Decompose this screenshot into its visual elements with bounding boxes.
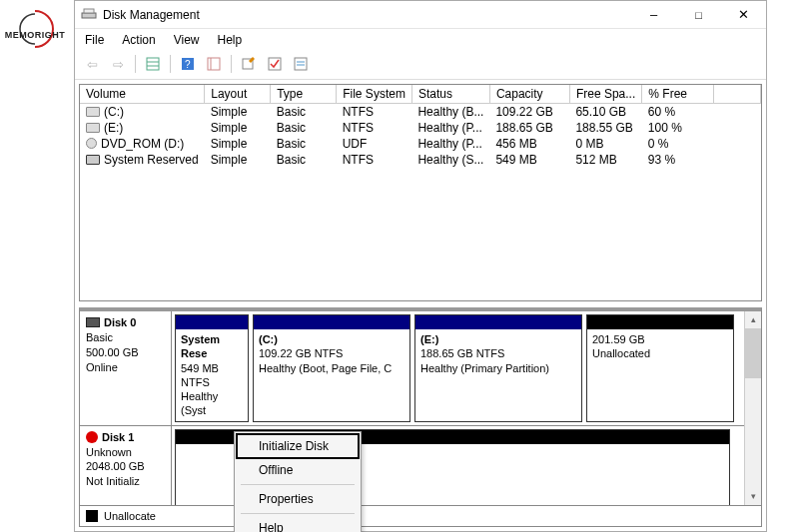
toolbar-separator xyxy=(135,55,136,73)
disk-info[interactable]: Disk 0Basic500.00 GBOnline xyxy=(80,311,172,425)
toolbar-separator xyxy=(170,55,171,73)
disk-icon xyxy=(86,317,100,327)
col-layout[interactable]: Layout xyxy=(205,85,271,104)
help-button[interactable]: ? xyxy=(177,53,199,75)
context-menu-item[interactable]: Help xyxy=(237,516,359,532)
menu-file[interactable]: File xyxy=(83,31,106,49)
partition[interactable]: (C:)109.22 GB NTFSHealthy (Boot, Page Fi… xyxy=(253,314,410,422)
volume-icon xyxy=(86,123,100,133)
col-status[interactable]: Status xyxy=(411,85,489,104)
scroll-up-arrow[interactable]: ▴ xyxy=(745,311,761,328)
col-type[interactable]: Type xyxy=(271,85,337,104)
menu-view[interactable]: View xyxy=(172,31,202,49)
minimize-button[interactable] xyxy=(631,1,676,29)
disk-graphic-pane: Disk 0Basic500.00 GBOnlineSystem Rese549… xyxy=(79,307,762,506)
volume-table: Volume Layout Type File System Status Ca… xyxy=(80,85,761,168)
menu-action[interactable]: Action xyxy=(120,31,157,49)
disk-partitions: System Rese549 MB NTFSHealthy (Syst(C:)1… xyxy=(172,311,744,425)
window-controls xyxy=(631,1,766,29)
content-area: Volume Layout Type File System Status Ca… xyxy=(75,80,766,531)
col-free[interactable]: Free Spa... xyxy=(569,85,641,104)
scroll-down-arrow[interactable]: ▾ xyxy=(745,488,761,505)
view-list-button[interactable] xyxy=(142,53,164,75)
context-menu-item[interactable]: Initialize Disk xyxy=(237,434,359,458)
toolbar: ⇦ ⇨ ? xyxy=(75,51,766,80)
menu-separator xyxy=(241,513,355,514)
partition-header xyxy=(254,315,409,329)
svg-text:?: ? xyxy=(185,59,191,70)
volume-icon xyxy=(86,107,100,117)
legend: Unallocate xyxy=(79,506,762,527)
disk-row: Disk 0Basic500.00 GBOnlineSystem Rese549… xyxy=(80,311,744,426)
settings-button[interactable] xyxy=(203,53,225,75)
table-row[interactable]: (C:)SimpleBasicNTFSHealthy (B...109.22 G… xyxy=(80,104,761,121)
partition[interactable]: System Rese549 MB NTFSHealthy (Syst xyxy=(175,314,249,422)
disk-info[interactable]: Disk 1Unknown2048.00 GBNot Initializ xyxy=(80,426,172,505)
brand-logo: MEMORIGHT xyxy=(2,8,68,40)
partition-body: System Rese549 MB NTFSHealthy (Syst xyxy=(176,329,248,421)
maximize-button[interactable] xyxy=(676,1,721,29)
table-row[interactable]: System ReservedSimpleBasicNTFSHealthy (S… xyxy=(80,152,761,168)
svg-rect-1 xyxy=(84,9,94,13)
col-volume[interactable]: Volume xyxy=(80,85,205,104)
partition-body: 201.59 GBUnallocated xyxy=(587,329,733,364)
svg-rect-2 xyxy=(147,58,159,70)
partition[interactable]: (E:)188.65 GB NTFSHealthy (Primary Parti… xyxy=(414,314,582,422)
table-header-row: Volume Layout Type File System Status Ca… xyxy=(80,85,761,104)
menu-separator xyxy=(241,484,355,485)
partition-header xyxy=(415,315,581,329)
check-button[interactable] xyxy=(264,53,286,75)
disk-row: Disk 1Unknown2048.00 GBNot Initializ xyxy=(80,426,744,505)
menu-help[interactable]: Help xyxy=(216,31,245,49)
legend-label: Unallocate xyxy=(104,510,156,522)
volume-icon xyxy=(86,155,100,165)
logo-text: MEMORIGHT xyxy=(2,30,68,40)
col-capacity[interactable]: Capacity xyxy=(489,85,569,104)
back-button[interactable]: ⇦ xyxy=(81,53,103,75)
disk-icon xyxy=(86,431,98,443)
disk-management-window: Disk Management File Action View Help ⇦ … xyxy=(74,0,767,532)
disk-rows: Disk 0Basic500.00 GBOnlineSystem Rese549… xyxy=(80,311,744,505)
table-row[interactable]: (E:)SimpleBasicNTFSHealthy (P...188.65 G… xyxy=(80,120,761,136)
partition[interactable]: 201.59 GBUnallocated xyxy=(586,314,734,422)
svg-rect-10 xyxy=(269,58,281,70)
window-title: Disk Management xyxy=(103,8,631,22)
col-filesystem[interactable]: File System xyxy=(337,85,412,104)
logo-icon xyxy=(14,8,56,50)
table-row[interactable]: DVD_ROM (D:)SimpleBasicUDFHealthy (P...4… xyxy=(80,136,761,152)
legend-swatch-unallocated xyxy=(86,510,98,522)
context-menu-item[interactable]: Properties xyxy=(237,487,359,511)
close-button[interactable] xyxy=(721,1,766,29)
app-icon xyxy=(81,7,97,23)
forward-button[interactable]: ⇨ xyxy=(107,53,129,75)
context-menu-item[interactable]: Offline xyxy=(237,458,359,482)
context-menu: Initialize DiskOfflinePropertiesHelp xyxy=(234,431,362,532)
list-button[interactable] xyxy=(290,53,312,75)
menubar: File Action View Help xyxy=(75,29,766,51)
svg-rect-7 xyxy=(208,58,220,70)
volume-icon xyxy=(86,138,97,149)
partition-body: (E:)188.65 GB NTFSHealthy (Primary Parti… xyxy=(415,329,581,378)
svg-rect-0 xyxy=(82,13,96,18)
toolbar-separator xyxy=(231,55,232,73)
partition-header xyxy=(176,315,248,329)
partition-body: (C:)109.22 GB NTFSHealthy (Boot, Page Fi… xyxy=(254,329,409,378)
titlebar: Disk Management xyxy=(75,1,766,29)
col-pctfree[interactable]: % Free xyxy=(642,85,714,104)
partition-header xyxy=(587,315,733,329)
col-spacer xyxy=(714,85,761,104)
scroll-thumb[interactable] xyxy=(745,328,762,378)
vertical-scrollbar[interactable]: ▴ ▾ xyxy=(744,311,761,505)
action-button[interactable] xyxy=(238,53,260,75)
svg-rect-11 xyxy=(295,58,307,70)
volume-list[interactable]: Volume Layout Type File System Status Ca… xyxy=(79,84,762,301)
